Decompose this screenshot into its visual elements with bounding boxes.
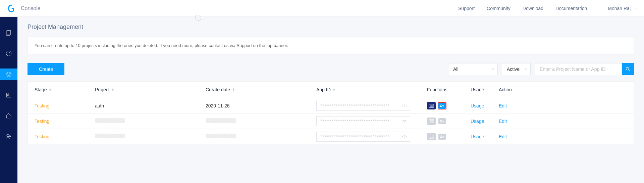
sort-icon: ▲▼ bbox=[49, 88, 52, 91]
header: Console Support Community Download Docum… bbox=[0, 0, 644, 17]
redacted-text bbox=[206, 134, 236, 138]
usage-link[interactable]: Usage bbox=[471, 119, 484, 124]
th-action: Action bbox=[499, 87, 522, 92]
sort-icon: ▲▼ bbox=[112, 88, 114, 91]
sidebar-item-home[interactable] bbox=[0, 110, 17, 122]
sidebar-item-gauge[interactable] bbox=[0, 48, 17, 59]
sort-icon: ▲▼ bbox=[232, 88, 235, 91]
redacted-text bbox=[206, 118, 236, 123]
filter-status-value: Active bbox=[507, 66, 520, 72]
table-row: Testing********************************U… bbox=[28, 129, 634, 144]
th-appid[interactable]: App ID▲▼ bbox=[316, 87, 427, 92]
toolbar: Create All Active bbox=[28, 63, 634, 75]
appid-field[interactable]: ******************************** bbox=[316, 101, 410, 111]
th-project[interactable]: Project▲▼ bbox=[95, 87, 206, 92]
cell-stage: Testing bbox=[35, 134, 95, 139]
table-row: Testingauth2020-11-26*******************… bbox=[28, 98, 634, 113]
user-menu[interactable]: Mohan Raj bbox=[608, 6, 637, 11]
edit-link[interactable]: Edit bbox=[499, 103, 507, 108]
nav-download[interactable]: Download bbox=[523, 6, 543, 11]
chevron-down-icon bbox=[491, 66, 494, 72]
svg-point-4 bbox=[9, 135, 11, 137]
sidebar-item-layers[interactable] bbox=[0, 68, 17, 80]
appid-mask: ******************************** bbox=[321, 103, 390, 108]
edit-link[interactable]: Edit bbox=[499, 119, 507, 124]
appid-mask: ******************************** bbox=[321, 134, 390, 139]
user-name: Mohan Raj bbox=[608, 6, 631, 11]
function-config-icon[interactable] bbox=[427, 102, 436, 109]
search-input[interactable] bbox=[535, 63, 622, 75]
svg-point-9 bbox=[440, 105, 442, 107]
svg-point-3 bbox=[7, 134, 9, 137]
cell-stage: Testing bbox=[35, 119, 95, 124]
th-created[interactable]: Create date▲▼ bbox=[206, 87, 316, 92]
chevron-down-icon bbox=[524, 66, 527, 72]
filter-category-value: All bbox=[453, 66, 459, 72]
svg-rect-10 bbox=[429, 120, 434, 123]
edit-link[interactable]: Edit bbox=[499, 134, 507, 139]
function-config-icon[interactable] bbox=[427, 133, 436, 140]
eye-icon[interactable] bbox=[402, 103, 407, 108]
sort-icon: ▲▼ bbox=[333, 88, 335, 91]
svg-rect-6 bbox=[429, 104, 434, 107]
th-usage: Usage bbox=[471, 87, 499, 92]
sidebar bbox=[0, 17, 17, 183]
table-header: Stage▲▼ Project▲▼ Create date▲▼ App ID▲▼… bbox=[28, 82, 634, 98]
usage-link[interactable]: Usage bbox=[471, 103, 484, 108]
appid-field[interactable]: ******************************** bbox=[316, 132, 410, 142]
appid-mask: ******************************** bbox=[321, 119, 390, 124]
console-label: Console bbox=[21, 5, 41, 11]
th-functions: Functions bbox=[427, 87, 471, 92]
info-banner: You can create up to 10 projects includi… bbox=[28, 37, 634, 54]
projects-table: Stage▲▼ Project▲▼ Create date▲▼ App ID▲▼… bbox=[28, 81, 634, 144]
svg-point-17 bbox=[440, 136, 442, 138]
nav-documentation[interactable]: Documentation bbox=[555, 6, 587, 11]
cell-project: auth bbox=[95, 103, 104, 108]
create-button[interactable]: Create bbox=[28, 63, 64, 75]
redacted-text bbox=[95, 134, 125, 138]
cell-stage: Testing bbox=[35, 103, 95, 108]
svg-point-13 bbox=[440, 120, 442, 122]
sidebar-item-users[interactable] bbox=[0, 131, 17, 142]
filter-status-select[interactable]: Active bbox=[502, 63, 531, 75]
th-stage[interactable]: Stage▲▼ bbox=[35, 87, 95, 92]
sidebar-item-analytics[interactable] bbox=[0, 89, 17, 101]
sidebar-item-projects-list[interactable] bbox=[0, 27, 17, 38]
nav-support[interactable]: Support bbox=[458, 6, 475, 11]
logo bbox=[7, 4, 16, 13]
usage-link[interactable]: Usage bbox=[471, 134, 484, 139]
svg-rect-14 bbox=[429, 135, 434, 138]
function-key-icon[interactable] bbox=[438, 102, 446, 109]
header-nav: Support Community Download Documentation… bbox=[458, 6, 637, 11]
appid-field[interactable]: ******************************** bbox=[316, 116, 410, 126]
eye-icon[interactable] bbox=[402, 134, 407, 139]
main-content: Project Management You can create up to … bbox=[17, 17, 644, 183]
function-key-icon[interactable] bbox=[438, 118, 446, 125]
eye-icon[interactable] bbox=[402, 119, 407, 124]
nav-community[interactable]: Community bbox=[487, 6, 511, 11]
search-icon bbox=[625, 66, 631, 72]
function-config-icon[interactable] bbox=[427, 118, 436, 125]
filter-category-select[interactable]: All bbox=[448, 63, 498, 75]
function-key-icon[interactable] bbox=[438, 133, 446, 140]
chevron-down-icon bbox=[634, 7, 637, 10]
loading-spinner-icon bbox=[195, 15, 201, 21]
page-title: Project Management bbox=[28, 24, 634, 31]
table-row: Testing********************************U… bbox=[28, 113, 634, 129]
cell-created: 2020-11-26 bbox=[206, 103, 230, 108]
svg-point-5 bbox=[626, 67, 629, 70]
search-button[interactable] bbox=[622, 63, 634, 75]
redacted-text bbox=[95, 118, 125, 123]
